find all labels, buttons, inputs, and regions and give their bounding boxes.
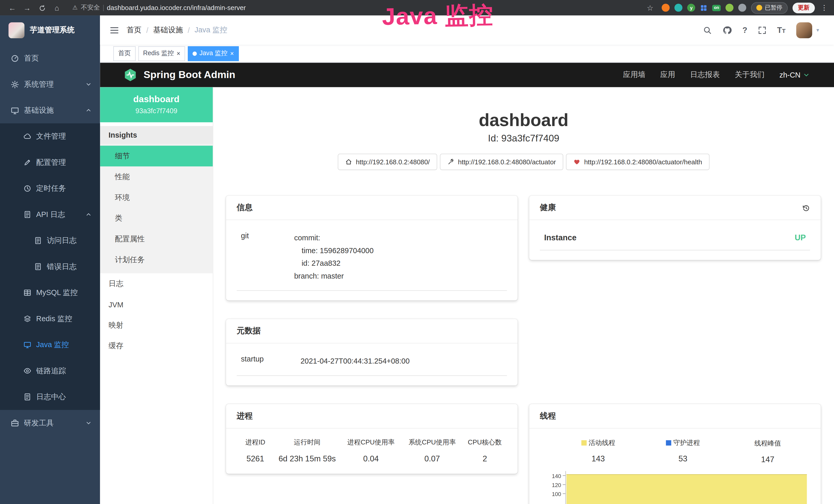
document-icon bbox=[23, 393, 31, 401]
close-icon[interactable]: × bbox=[177, 50, 180, 57]
tab-java-monitor[interactable]: Java 监控 × bbox=[188, 46, 239, 61]
y-extension-icon[interactable]: y bbox=[687, 4, 695, 12]
browser-menu-icon[interactable]: ⋮ bbox=[820, 4, 829, 12]
browser-right-controls: ☆ y on 已暂停 更新 ⋮ bbox=[643, 2, 829, 14]
toggle-on-extension-icon[interactable]: on bbox=[712, 5, 721, 11]
sidebar-item-tracing[interactable]: 链路追踪 bbox=[0, 358, 100, 384]
sidebar-item-home[interactable]: 首页 bbox=[0, 45, 100, 71]
breadcrumb-infrastructure[interactable]: 基础设施 bbox=[153, 25, 183, 35]
sidebar-item-api-logs[interactable]: API 日志 bbox=[0, 202, 100, 228]
legend-label: 活动线程 bbox=[589, 438, 615, 447]
bookmark-star-icon[interactable]: ☆ bbox=[643, 3, 657, 12]
process-col-header: 系统CPU使用率 bbox=[401, 438, 463, 447]
smiley-icon bbox=[756, 5, 762, 11]
user-avatar[interactable] bbox=[796, 22, 812, 38]
service-url: http://192.168.0.2:48080/ bbox=[356, 158, 430, 166]
instance-name: dashboard bbox=[105, 94, 207, 105]
threads-card: 线程 活动线程 143 守护进程 bbox=[529, 404, 821, 504]
github-icon[interactable] bbox=[722, 25, 732, 35]
tab-label: Redis 监控 bbox=[143, 49, 174, 58]
legend-label: 守护进程 bbox=[674, 438, 700, 447]
sba-nav-wallboard[interactable]: 应用墙 bbox=[623, 70, 645, 79]
reload-icon[interactable] bbox=[35, 3, 49, 12]
tab-home[interactable]: 首页 bbox=[113, 46, 136, 61]
sidebar-item-label: 日志中心 bbox=[36, 392, 66, 402]
close-icon[interactable]: × bbox=[230, 50, 234, 57]
navbar-actions: ? TT ▾ bbox=[703, 22, 834, 38]
paused-badge[interactable]: 已暂停 bbox=[751, 2, 788, 14]
grid-extension-icon[interactable] bbox=[700, 3, 708, 12]
service-url-button[interactable]: http://192.168.0.2:48080/ bbox=[338, 154, 437, 170]
history-icon[interactable] bbox=[802, 203, 810, 212]
language-selector[interactable]: zh-CN bbox=[779, 71, 809, 79]
forward-icon[interactable]: → bbox=[20, 3, 34, 12]
drop-extension-icon[interactable] bbox=[675, 4, 682, 12]
sba-nav-applications[interactable]: 应用 bbox=[660, 70, 675, 79]
sidebar-item-system-mgmt[interactable]: 系统管理 bbox=[0, 71, 100, 97]
hamburger-icon[interactable] bbox=[100, 25, 127, 35]
sidebar-item-java-monitor[interactable]: Java 监控 bbox=[0, 332, 100, 358]
document-icon bbox=[23, 210, 31, 219]
sba-nav-about[interactable]: 关于我们 bbox=[734, 70, 764, 79]
leaf-extension-icon[interactable] bbox=[726, 4, 733, 12]
active-threads-value: 143 bbox=[556, 454, 641, 463]
update-button[interactable]: 更新 bbox=[792, 2, 815, 13]
health-url-button[interactable]: http://192.168.0.2:48080/actuator/health bbox=[566, 154, 710, 170]
peak-threads-value: 147 bbox=[725, 455, 810, 464]
chart-plot-area bbox=[565, 471, 807, 504]
info-card: 信息 git commit: time: 1596289704000 id: 2… bbox=[226, 196, 518, 300]
sidebar-item-dev-tools[interactable]: 研发工具 bbox=[0, 410, 100, 436]
help-icon[interactable]: ? bbox=[743, 25, 747, 35]
back-icon[interactable]: ← bbox=[5, 3, 19, 12]
sidebar-item-access-logs[interactable]: 访问日志 bbox=[0, 228, 100, 253]
search-icon[interactable] bbox=[703, 25, 711, 35]
cloud-icon bbox=[23, 133, 31, 140]
sidebar-item-log-center[interactable]: 日志中心 bbox=[0, 384, 100, 410]
sidebar-item-label: 访问日志 bbox=[47, 236, 76, 245]
sba-item-scheduled-tasks[interactable]: 计划任务 bbox=[100, 249, 213, 270]
breadcrumb-separator: / bbox=[188, 26, 190, 34]
sidebar-item-label: API 日志 bbox=[36, 210, 65, 219]
sidebar-item-config-mgmt[interactable]: 配置管理 bbox=[0, 150, 100, 175]
daemon-threads-swatch bbox=[666, 440, 672, 446]
browser-home-icon[interactable]: ⌂ bbox=[50, 3, 64, 12]
insights-section-label: Insights bbox=[100, 126, 213, 144]
sba-item-beans[interactable]: 类 bbox=[100, 208, 213, 229]
sba-item-metrics[interactable]: 性能 bbox=[100, 166, 213, 187]
chevron-down-icon bbox=[803, 72, 810, 78]
avatar-caret-icon[interactable]: ▾ bbox=[816, 27, 819, 33]
sidebar-item-file-mgmt[interactable]: 文件管理 bbox=[0, 123, 100, 149]
sidebar-item-scheduled-jobs[interactable]: 定时任务 bbox=[0, 175, 100, 201]
security-label: 不安全 bbox=[81, 3, 100, 12]
insights-submenu: 细节 性能 环境 类 配置属性 计划任务 bbox=[100, 144, 213, 273]
screen: Java 监控 ← → ⌂ ⚠ 不安全 dashboard.yudao.ioco… bbox=[0, 0, 834, 504]
font-size-icon[interactable]: TT bbox=[777, 25, 786, 35]
sba-item-logs[interactable]: 日志 bbox=[100, 273, 213, 294]
sba-nav-journal[interactable]: 日志报表 bbox=[690, 70, 720, 79]
lion-extension-icon[interactable] bbox=[662, 4, 670, 12]
sba-item-mappings[interactable]: 映射 bbox=[100, 315, 213, 336]
sidebar-item-redis-monitor[interactable]: Redis 监控 bbox=[0, 306, 100, 332]
tab-label: Java 监控 bbox=[200, 49, 227, 58]
sba-item-config-props[interactable]: 配置属性 bbox=[100, 229, 213, 249]
sidebar-item-label: 文件管理 bbox=[36, 132, 66, 141]
sba-item-caches[interactable]: 缓存 bbox=[100, 336, 213, 357]
system-cpu-value: 0.07 bbox=[401, 454, 463, 463]
breadcrumb-separator: / bbox=[146, 26, 148, 34]
puzzle-extension-icon[interactable] bbox=[738, 4, 746, 12]
sidebar-item-mysql-monitor[interactable]: MySQL 监控 bbox=[0, 280, 100, 305]
sidebar-item-error-logs[interactable]: 错误日志 bbox=[0, 254, 100, 280]
app-logo[interactable]: 芋道管理系统 bbox=[0, 16, 100, 45]
java-monitor-icon bbox=[23, 341, 31, 349]
sba-item-environment[interactable]: 环境 bbox=[100, 187, 213, 208]
endpoint-links: http://192.168.0.2:48080/ http://192.168… bbox=[213, 154, 834, 170]
breadcrumb-home[interactable]: 首页 bbox=[127, 25, 141, 35]
process-card: 进程 进程ID 5261 运行时间 bbox=[226, 404, 518, 474]
tab-redis-monitor[interactable]: Redis 监控 × bbox=[138, 46, 185, 61]
address-bar[interactable]: ⚠ 不安全 dashboard.yudao.iocoder.cn/infra/a… bbox=[72, 3, 642, 12]
actuator-url-button[interactable]: http://192.168.0.2:48080/actuator bbox=[440, 154, 564, 170]
sba-item-details[interactable]: 细节 bbox=[100, 145, 213, 166]
sba-item-jvm[interactable]: JVM bbox=[100, 294, 213, 315]
fullscreen-icon[interactable] bbox=[758, 25, 766, 35]
sidebar-item-infrastructure[interactable]: 基础设施 bbox=[0, 97, 100, 123]
